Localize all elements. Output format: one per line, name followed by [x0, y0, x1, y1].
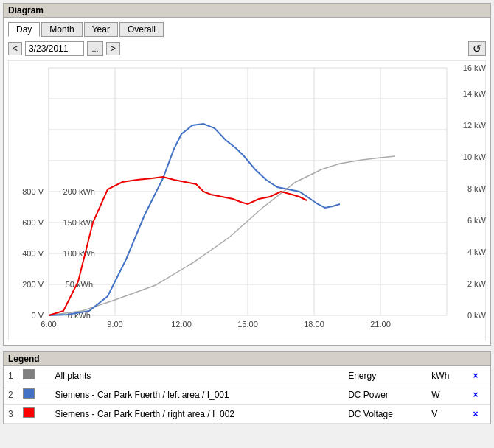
svg-text:2 kW: 2 kW [467, 279, 486, 288]
svg-text:6:00: 6:00 [41, 320, 56, 329]
tab-year[interactable]: Year [84, 22, 118, 37]
svg-text:400 V: 400 V [22, 249, 44, 258]
tab-month[interactable]: Month [41, 22, 82, 37]
legend-name-3: Siemens - Car Park Fuerth / right area /… [51, 405, 344, 424]
svg-text:21:00: 21:00 [370, 320, 391, 329]
legend-color-1 [18, 366, 51, 385]
svg-text:100 kWh: 100 kWh [63, 249, 95, 258]
svg-text:0 kW: 0 kW [467, 311, 486, 320]
svg-text:800 V: 800 V [22, 187, 44, 196]
svg-text:600 V: 600 V [22, 218, 44, 227]
color-box-2 [23, 388, 35, 399]
tabs-container: Day Month Year Overall [8, 22, 486, 37]
legend-name-2: Siemens - Car Park Fuerth / left area / … [51, 385, 344, 405]
color-box-1 [23, 369, 35, 379]
diagram-title: Diagram [4, 4, 490, 18]
svg-text:18:00: 18:00 [304, 320, 324, 329]
legend-type-3: DC Voltage [344, 405, 427, 424]
calendar-button[interactable]: ... [87, 41, 103, 56]
legend-title: Legend [4, 352, 490, 366]
chart-svg: 0 V 200 V 400 V 600 V 800 V 0 kWh 50 kWh… [8, 60, 486, 340]
svg-text:10 kW: 10 kW [463, 153, 486, 161]
svg-text:50 kWh: 50 kWh [66, 280, 93, 289]
svg-text:9:00: 9:00 [107, 320, 122, 329]
svg-text:4 kW: 4 kW [467, 248, 486, 256]
svg-text:12:00: 12:00 [171, 320, 192, 329]
legend-type-1: Energy [344, 366, 427, 385]
svg-text:12 kW: 12 kW [463, 121, 486, 130]
legend-name-1: All plants [51, 366, 344, 385]
legend-unit-1: kWh [427, 366, 468, 385]
legend-row-1: 1 All plants Energy kWh × [4, 366, 490, 385]
refresh-button[interactable]: ↺ [468, 41, 486, 56]
chart-area: 0 V 200 V 400 V 600 V 800 V 0 kWh 50 kWh… [8, 60, 486, 340]
svg-rect-0 [8, 60, 486, 340]
legend-num-3: 3 [4, 405, 18, 424]
svg-text:16 kW: 16 kW [463, 63, 486, 72]
svg-text:150 kWh: 150 kWh [63, 218, 95, 227]
diagram-body: Day Month Year Overall < ... > ↺ [4, 18, 490, 345]
legend-table: 1 All plants Energy kWh × 2 Siemens - Ca… [4, 366, 490, 424]
date-controls: < ... > ↺ [8, 41, 486, 56]
main-container: Diagram Day Month Year Overall < ... > ↺ [0, 0, 494, 427]
svg-text:14 kW: 14 kW [463, 89, 486, 98]
legend-color-3 [18, 405, 51, 424]
svg-text:6 kW: 6 kW [467, 216, 486, 225]
legend-close-3[interactable]: × [468, 405, 490, 424]
legend-row-3: 3 Siemens - Car Park Fuerth / right area… [4, 405, 490, 424]
legend-panel: Legend 1 All plants Energy kWh × 2 [3, 351, 491, 424]
legend-type-2: DC Power [344, 385, 427, 405]
svg-text:200 V: 200 V [22, 280, 44, 289]
legend-unit-2: W [427, 385, 468, 405]
next-button[interactable]: > [106, 42, 120, 55]
date-input[interactable] [25, 41, 84, 56]
svg-text:200 kWh: 200 kWh [63, 187, 95, 196]
legend-num-2: 2 [4, 385, 18, 405]
svg-text:0 V: 0 V [31, 311, 44, 320]
color-box-3 [23, 407, 35, 418]
legend-close-1[interactable]: × [468, 366, 490, 385]
prev-button[interactable]: < [8, 42, 22, 55]
legend-num-1: 1 [4, 366, 18, 385]
tab-overall[interactable]: Overall [119, 22, 164, 37]
svg-text:15:00: 15:00 [237, 320, 258, 329]
diagram-panel: Diagram Day Month Year Overall < ... > ↺ [3, 3, 491, 346]
legend-row-2: 2 Siemens - Car Park Fuerth / left area … [4, 385, 490, 405]
legend-close-2[interactable]: × [468, 385, 490, 405]
tab-day[interactable]: Day [8, 22, 40, 37]
legend-color-2 [18, 385, 51, 405]
svg-text:8 kW: 8 kW [467, 184, 486, 193]
legend-unit-3: V [427, 405, 468, 424]
